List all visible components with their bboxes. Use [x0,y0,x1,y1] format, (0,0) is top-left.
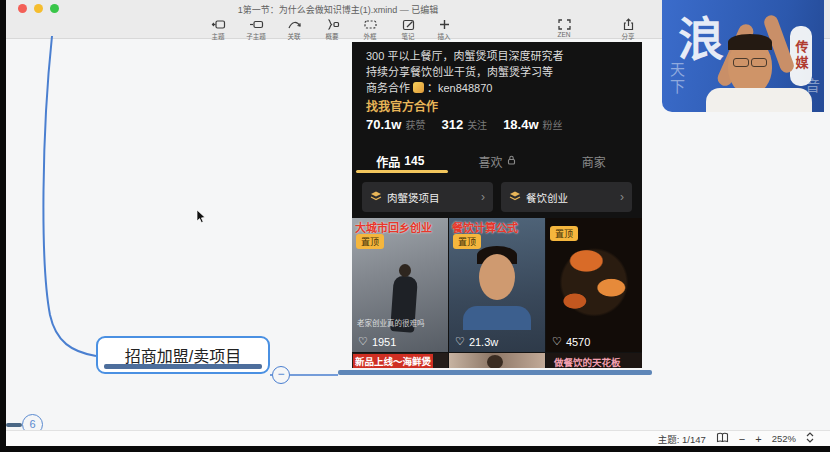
chevron-right-icon: › [620,190,624,204]
followers-label: 粉丝 [543,117,563,132]
contact-value: ：ken848870 [427,79,492,95]
official-cooperation-link[interactable]: 找我官方合作 [366,97,438,114]
mouse-cursor [196,210,206,228]
stat-following: 312 关注 [441,117,487,132]
video-thumbnail-5[interactable] [449,353,545,368]
outline-view-button[interactable] [716,432,729,445]
video-grid-row-1: 大城市回乡创业 置顶 老家创业真的很难吗 ♡ 1951 餐饮计算公式 置顶 ♡ [352,218,642,352]
person-head [487,355,503,368]
collection-1-label: 肉蟹煲项目 [387,190,476,205]
person-shirt [463,306,531,330]
status-bar: 主题: 1/147 − + 252% [6,430,830,446]
video-1-like-count: 1951 [372,336,396,348]
calligraphy-character: 浪 [678,2,724,68]
collection-button-1[interactable]: 肉蟹煲项目 › [362,182,493,212]
zoom-fit-stepper-icon[interactable] [806,432,814,445]
collection-2-label: 餐饮创业 [526,190,615,205]
topic-node[interactable]: 招商加盟/卖项目 [96,336,270,374]
toolbar-share-button[interactable]: 分享 [610,18,646,41]
profile-stats: 70.1w 获赞 312 关注 18.4w 粉丝 [366,117,563,132]
note-icon [401,18,416,31]
bio-line-2: 持续分享餐饮创业干货，肉蟹煲学习等 [366,63,553,79]
bio-line-1: 300 平以上餐厅，肉蟹煲项目深度研究者 [366,47,563,63]
presenter-glasses [733,58,767,67]
stat-likes: 70.1w 获赞 [366,117,425,132]
zoom-out-button[interactable]: − [739,434,745,444]
presenter-shirt [706,88,812,112]
zen-mode-icon [557,18,572,31]
topic-counter: 主题: 1/147 [658,432,706,446]
contact-line: 商务合作 ：ken848870 [366,79,492,95]
topic-underline [104,364,262,369]
chevron-right-icon: › [481,190,485,204]
playlist-icon [370,188,382,206]
window-title: 1第一节：为什么会做知识博主(1).xmind — 已编辑 [6,3,670,16]
video-1-likes: ♡ 1951 [358,335,396,348]
video-thumbnail-2[interactable]: 餐饮计算公式 置顶 ♡ 21.3w [449,218,545,352]
tab-shop[interactable]: 商家 [545,144,642,172]
insert-icon [437,18,452,31]
video-thumbnail-3[interactable]: 置顶 ♡ 4570 [546,218,642,352]
toolbar-subtopic-button[interactable]: 子主题 [238,18,274,41]
playlist-icon [509,188,521,206]
pinned-badge: 置顶 [453,234,481,249]
tab-works-label: 作品 [376,153,400,170]
tab-works-count: 145 [404,154,424,168]
heart-icon: ♡ [455,335,465,348]
video-thumbnail-1[interactable]: 大城市回乡创业 置顶 老家创业真的很难吗 ♡ 1951 [352,218,448,352]
video-thumbnail-4[interactable]: 新品上线～海鲜煲 [352,353,448,368]
collapse-toggle-button[interactable]: − [272,366,290,384]
toolbar-topic-button[interactable]: 主题 [200,18,236,41]
toolbar-relationship-button[interactable]: 关联 [276,18,312,41]
heart-icon: ♡ [552,335,562,348]
contact-label: 商务合作 [366,79,410,95]
likes-count: 70.1w [366,117,401,132]
likes-label: 获赞 [405,117,425,132]
video-thumbnail-6[interactable]: 做餐饮的天花板 [546,353,642,368]
screen-frame: 1第一节：为什么会做知识博主(1).xmind — 已编辑 主题 子主题 关联 … [0,0,830,452]
collection-buttons: 肉蟹煲项目 › 餐饮创业 › [362,182,632,212]
tab-works[interactable]: 作品 145 [352,144,449,172]
video-2-title: 餐饮计算公式 [452,219,518,235]
collection-button-2[interactable]: 餐饮创业 › [501,182,632,212]
tab-shop-label: 商家 [582,153,606,170]
tab-likes[interactable]: 喜欢 [449,144,546,172]
toolbar-insert-button[interactable]: 插入 [426,18,462,41]
relationship-icon [287,18,302,31]
active-tab-underline [356,170,448,173]
profile-tabs: 作品 145 喜欢 商家 [352,144,642,172]
toolbar-zen-label: ZEN [558,31,571,38]
toolbar-summary-button[interactable]: 概要 [314,18,350,41]
video-grid-row-2: 新品上线～海鲜煲 做餐饮的天花板 [352,353,642,368]
following-label: 关注 [467,117,487,132]
video-1-title: 大城市回乡创业 [355,219,432,235]
video-6-title: 做餐饮的天花板 [554,355,621,368]
video-2-like-count: 21.3w [469,336,498,348]
video-1-caption: 老家创业真的很难吗 [357,317,425,328]
webcam-overlay: 浪 天下 音 传媒 [662,0,824,112]
toolbar-boundary-button[interactable]: 外框 [352,18,388,41]
pinned-badge: 置顶 [356,234,384,249]
wechat-contact-icon [413,82,424,93]
summary-icon [325,18,340,31]
zoom-in-button[interactable]: + [755,434,761,444]
share-icon [621,18,636,31]
lock-icon [507,154,516,168]
following-count: 312 [441,117,463,132]
person-silhouette-head [399,264,411,277]
video-4-title: 新品上线～海鲜煲 [353,354,433,368]
tab-likes-label: 喜欢 [479,153,503,170]
branch-stub-line [6,423,22,427]
banner-side-tag: 传媒 [790,26,812,86]
topic-icon [211,18,226,31]
douyin-profile-image[interactable]: 300 平以上餐厅，肉蟹煲项目深度研究者 持续分享餐饮创业干货，肉蟹煲学习等 商… [352,42,642,368]
video-2-likes: ♡ 21.3w [455,335,498,348]
video-3-like-count: 4570 [566,336,590,348]
zoom-level[interactable]: 252% [772,433,796,444]
followers-count: 18.4w [503,117,538,132]
toolbar-note-button[interactable]: 笔记 [390,18,426,41]
video-3-likes: ♡ 4570 [552,335,590,348]
toolbar-zen-button[interactable]: ZEN [546,18,582,38]
person-face [479,254,515,300]
pinned-badge: 置顶 [550,226,578,241]
